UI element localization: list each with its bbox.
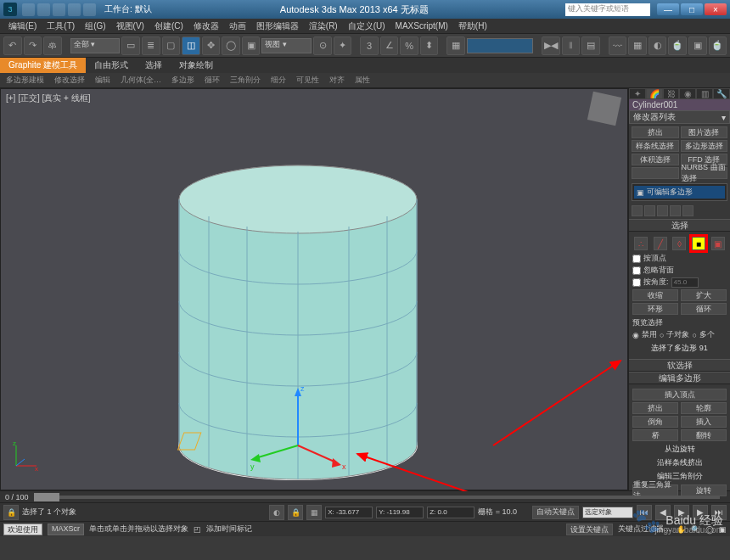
close-button[interactable]: ×	[705, 3, 727, 15]
maximize-button[interactable]: □	[681, 3, 703, 15]
menu-customize[interactable]: 自定义(U)	[343, 20, 390, 32]
ribbon-loop[interactable]: 循环	[202, 75, 222, 86]
element-level-icon[interactable]: ▣	[711, 237, 725, 250]
angle-snap-icon[interactable]: ∠	[380, 36, 399, 55]
ribbon-tab-graphite[interactable]: Graphite 建模工具	[0, 58, 86, 73]
extrude-spline-label[interactable]: 沿样条线挤出	[632, 457, 727, 468]
mod-btn[interactable]: 图片选择	[681, 126, 728, 138]
ref-coord-dropdown[interactable]: 视图 ▾	[261, 38, 312, 53]
hierarchy-tab-icon[interactable]: ⛓	[663, 88, 680, 99]
snap-icon[interactable]: 3	[360, 36, 379, 55]
ribbon-props[interactable]: 属性	[352, 75, 373, 86]
pivot-icon[interactable]: ⊙	[313, 36, 332, 55]
preview-off-radio[interactable]: ◉	[632, 331, 639, 339]
menu-tools[interactable]: 工具(T)	[42, 20, 80, 32]
ribbon-edit[interactable]: 编辑	[93, 75, 113, 86]
undo-icon[interactable]: ↶	[3, 36, 22, 55]
qat-btn[interactable]	[37, 3, 50, 16]
loop-button[interactable]: 循环	[681, 303, 727, 315]
remove-mod-icon[interactable]	[670, 205, 681, 216]
next-frame-icon[interactable]: ▶	[693, 505, 708, 520]
border-level-icon[interactable]: ◊	[672, 237, 686, 250]
vertex-level-icon[interactable]: ∴	[634, 237, 648, 250]
render-setup-icon[interactable]: 🍵	[668, 36, 687, 55]
utilities-tab-icon[interactable]: 🔧	[713, 88, 730, 99]
ribbon-vis[interactable]: 可见性	[294, 75, 322, 86]
bridge-button[interactable]: 桥	[632, 429, 678, 441]
schematic-icon[interactable]: ▦	[628, 36, 647, 55]
welcome-button[interactable]: 欢迎使用	[3, 524, 42, 535]
redo-icon[interactable]: ↷	[24, 36, 42, 55]
timeline-track[interactable]	[34, 496, 720, 499]
extrude-button[interactable]: 挤出	[632, 402, 678, 414]
selection-filter-dropdown[interactable]: 全部 ▾	[70, 38, 121, 53]
viewcube[interactable]	[587, 92, 621, 126]
hinge-label[interactable]: 从边旋转	[632, 444, 727, 455]
mod-btn[interactable]	[632, 167, 679, 179]
ring-button[interactable]: 环形	[632, 303, 678, 315]
menu-modifiers[interactable]: 修改器	[188, 20, 224, 32]
configure-icon[interactable]	[682, 205, 694, 216]
x-coord-field[interactable]: X: -33.677	[325, 507, 373, 518]
ignore-backface-checkbox[interactable]	[632, 266, 641, 275]
rotate-icon[interactable]: ◯	[222, 36, 240, 55]
autokey-button[interactable]: 自动关键点	[532, 506, 579, 519]
sel-lock-icon[interactable]: 🔒	[288, 505, 303, 520]
modify-tab-icon[interactable]: 🌈	[646, 88, 663, 99]
goto-end-icon[interactable]: ⏭	[711, 505, 727, 520]
insert-vertex-button[interactable]: 插入顶点	[632, 389, 727, 400]
abs-mode-icon[interactable]: ▦	[306, 505, 322, 520]
ribbon-tab-freeform[interactable]: 自由形式	[86, 58, 137, 73]
bevel-button[interactable]: 倒角	[632, 416, 678, 428]
keymode-dropdown[interactable]: 选定对象	[582, 507, 633, 518]
inset-button[interactable]: 插入	[681, 416, 727, 428]
modifier-stack[interactable]: ▣ 可编辑多边形	[632, 183, 727, 201]
workspace-label[interactable]: 工作台: 默认	[104, 3, 152, 15]
manipulate-icon[interactable]: ✦	[334, 36, 352, 55]
menu-maxscript[interactable]: MAXScript(M)	[390, 21, 453, 31]
nav-pan-icon[interactable]: ✋	[677, 525, 686, 534]
play-icon[interactable]: ▶	[674, 505, 689, 520]
scale-icon[interactable]: ▣	[242, 36, 261, 55]
setkey-button[interactable]: 设置关键点	[566, 524, 613, 535]
show-end-icon[interactable]	[644, 205, 655, 216]
minimize-button[interactable]: —	[657, 3, 679, 15]
toggle-script-icon[interactable]: ◰	[194, 525, 201, 534]
percent-snap-icon[interactable]: %	[400, 36, 418, 55]
by-angle-checkbox[interactable]	[632, 278, 641, 287]
render-frame-icon[interactable]: ▣	[688, 36, 707, 55]
motion-tab-icon[interactable]: ◉	[679, 88, 696, 99]
named-selection-dropdown[interactable]	[467, 38, 533, 53]
create-tab-icon[interactable]: ✦	[629, 88, 646, 99]
mod-btn[interactable]: 体积选择	[632, 154, 679, 165]
menu-graph[interactable]: 图形编辑器	[251, 20, 304, 32]
rollout-edit-poly[interactable]: 编辑多边形	[629, 372, 730, 384]
display-tab-icon[interactable]: ▥	[696, 88, 713, 99]
key-filter-button[interactable]: 关键点过滤器…	[618, 524, 671, 535]
qat-btn[interactable]	[22, 3, 35, 16]
link-icon[interactable]: 𐄷	[43, 36, 62, 55]
rollout-soft-selection[interactable]: 软选择	[629, 359, 730, 372]
shrink-button[interactable]: 收缩	[632, 289, 678, 301]
nav-orbit-icon[interactable]: ◯	[705, 525, 714, 534]
mod-btn[interactable]: 挤出	[632, 126, 679, 138]
grow-button[interactable]: 扩大	[681, 289, 727, 301]
menu-create[interactable]: 创建(C)	[149, 20, 188, 32]
ribbon-polymodel[interactable]: 多边形建模	[3, 75, 47, 86]
ribbon-geom[interactable]: 几何体(全…	[118, 75, 164, 86]
menu-edit[interactable]: 编辑(E)	[3, 20, 42, 32]
edge-level-icon[interactable]: ╱	[654, 237, 667, 250]
y-coord-field[interactable]: Y: -119.98	[376, 507, 424, 518]
z-coord-field[interactable]: Z: 0.0	[427, 507, 474, 518]
object-name-field[interactable]: Cylinder001	[629, 99, 730, 110]
modifier-list-dropdown[interactable]: 修改器列表▾	[629, 110, 730, 124]
cylinder-object[interactable]: z y x	[128, 132, 468, 496]
menu-group[interactable]: 组(G)	[80, 20, 110, 32]
prev-frame-icon[interactable]: ◀	[655, 505, 671, 520]
nav-max-icon[interactable]: ▣	[719, 525, 727, 534]
unique-icon[interactable]	[657, 205, 668, 216]
spinner-snap-icon[interactable]: ⬍	[420, 36, 439, 55]
window-crossing-icon[interactable]: ◫	[182, 36, 200, 55]
maxscript-listener[interactable]: MAXScr	[48, 524, 84, 535]
menu-render[interactable]: 渲染(R)	[304, 20, 343, 32]
